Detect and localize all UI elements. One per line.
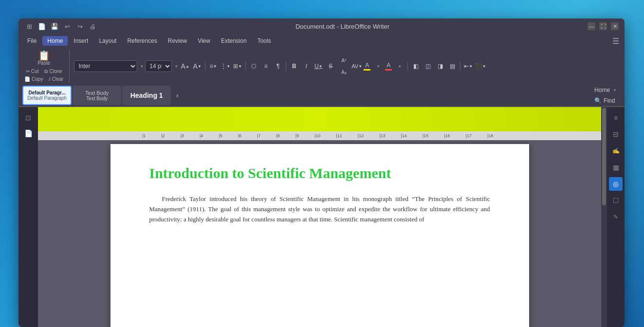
menu-tools[interactable]: Tools (253, 36, 276, 46)
menu-insert[interactable]: Insert (69, 36, 93, 46)
menu-view[interactable]: View (193, 36, 215, 46)
menu-file[interactable]: File (22, 36, 41, 46)
document-icon[interactable]: ☐ (609, 194, 623, 207)
ruler-mark: |2 (161, 133, 165, 138)
char-spacing-button[interactable]: AV▼ (351, 61, 362, 72)
font-name-select[interactable]: Inter (74, 60, 137, 72)
app-window: ⊞ 📄 💾 ↩ ↪ 🖨 Document.odt - LibreOffice W… (18, 18, 625, 327)
font-size-arrow: ▼ (174, 64, 178, 69)
ruler-mark: |9 (295, 133, 299, 138)
align-justify-btn[interactable]: ▤ (447, 61, 458, 72)
font-color-button[interactable]: A (385, 62, 392, 71)
menu-home[interactable]: Home (42, 36, 68, 46)
cut-button[interactable]: ✂ Cut (24, 68, 41, 75)
bullet-list-button[interactable]: ≡▼ (208, 61, 219, 72)
toggle-icon[interactable]: ⊟ (609, 127, 623, 141)
style-default-name: Default Paragr... (29, 90, 66, 95)
document-page-wrapper[interactable]: Introduction to Scientific Management Fr… (38, 140, 601, 327)
ruler: |1 |2 |3 |4 |5 |6 |7 |8 |9 |10 |11 |12 |… (38, 131, 601, 140)
font-color-arrow[interactable]: ▼ (394, 61, 405, 72)
style-heading1-display: Heading 1 (130, 91, 163, 99)
style-default-paragraph[interactable]: Default Paragr... Default Paragraph (22, 86, 72, 105)
home-panel-button[interactable]: Home ▼ (590, 86, 621, 94)
align-right-btn2[interactable]: ◨ (435, 61, 445, 72)
style-heading1[interactable]: Heading 1 (122, 86, 171, 105)
menu-references[interactable]: References (122, 36, 162, 46)
right-panel-buttons: Home ▼ 🔍 Find (590, 86, 621, 105)
styles-nav-button[interactable]: › (172, 90, 183, 101)
font-size-select[interactable]: 14 pt (145, 60, 172, 72)
print-icon[interactable]: 🖨 (88, 21, 97, 31)
paste-icon: 📋 (38, 51, 50, 60)
highlight-arrow[interactable]: ▼ (373, 61, 384, 72)
gallery-icon[interactable]: ▦ (609, 161, 623, 174)
navigator-icon[interactable]: ◎ (609, 177, 623, 191)
sep2 (245, 62, 246, 71)
outline-list-button[interactable]: ⊞▼ (232, 61, 243, 72)
ruler-mark: |15 (423, 133, 428, 138)
scrollbar-thumb[interactable] (602, 108, 606, 205)
left-sidebar: ⊡ 📄 (18, 107, 38, 327)
paste-button[interactable]: 📋 Paste (35, 50, 53, 67)
right-sidebar: ≡ ⊟ ✍ ▦ ◎ ☐ ✎ (607, 107, 625, 327)
align-left-btn2[interactable]: ◧ (410, 61, 421, 72)
font-size-up-button[interactable]: A▲ (180, 61, 190, 72)
shading-button[interactable]: ⬛▼ (475, 61, 486, 72)
minimize-button[interactable]: — (588, 22, 595, 30)
redo-icon[interactable]: ↪ (75, 21, 85, 31)
scrollbar[interactable] (601, 107, 607, 327)
clone-button[interactable]: ⧉ Clone (42, 68, 64, 75)
settings-icon[interactable]: ☰ (611, 36, 621, 46)
menu-review[interactable]: Review (163, 36, 192, 46)
highlight-color-bar (364, 69, 370, 71)
font-size-down-button[interactable]: A▼ (192, 61, 202, 72)
document-header-bar (38, 107, 601, 131)
strikethrough-button[interactable]: S (325, 61, 336, 72)
document-page: Introduction to Scientific Management Fr… (110, 144, 529, 327)
paste-sub-buttons: ✂ Cut ⧉ Clone (24, 68, 64, 75)
italic-button[interactable]: I (301, 61, 312, 72)
undo-icon[interactable]: ↩ (62, 21, 72, 31)
find-icon: 🔍 (594, 97, 602, 104)
ruler-mark: |12 (358, 133, 364, 138)
left-page-icon[interactable]: 📄 (21, 127, 35, 140)
macro-icon[interactable]: ✎ (609, 210, 623, 224)
style-text-body[interactable]: Text Body Text Body (73, 86, 121, 105)
copy-button[interactable]: 📄 Copy (22, 75, 45, 83)
menu-layout[interactable]: Layout (94, 36, 121, 46)
find-button[interactable]: 🔍 Find (590, 96, 621, 105)
menu-extension[interactable]: Extension (216, 36, 252, 46)
menu-lines-icon[interactable]: ≡ (609, 111, 623, 125)
clear-icon: 𝐼 (49, 76, 50, 82)
style-textbody-sub: Text Body (86, 96, 108, 101)
left-nav-icon[interactable]: ⊡ (21, 111, 35, 125)
sep1 (205, 62, 205, 71)
document-body: Frederick Taylor introduced his theory o… (149, 194, 490, 224)
maximize-button[interactable]: ⛶ (599, 22, 607, 30)
document-title: Introduction to Scientific Management (149, 164, 490, 182)
window-menu-icon[interactable]: ⊞ (24, 21, 34, 31)
scissors-icon: ✂ (26, 69, 30, 74)
close-button[interactable]: ✕ (611, 22, 619, 30)
clear-button[interactable]: 𝐼 Clear (47, 75, 65, 83)
underline-button[interactable]: U ▼ (313, 61, 324, 72)
align-center-button[interactable]: ≡ (260, 61, 271, 72)
numbered-list-button[interactable]: ⋮▼ (220, 61, 231, 72)
ruler-mark: |3 (181, 133, 184, 138)
align-left-button[interactable]: ⬡ (248, 61, 259, 72)
bold-button[interactable]: B (289, 61, 299, 72)
copy-icon: 📄 (24, 76, 30, 82)
ruler-mark: |5 (219, 133, 222, 138)
file-icon[interactable]: 📄 (37, 21, 47, 31)
align-center-btn2[interactable]: ◫ (423, 61, 433, 72)
sep3 (286, 62, 286, 71)
subscript-button[interactable]: A₂ (338, 67, 349, 77)
ruler-mark: |6 (238, 133, 241, 138)
annotation-icon[interactable]: ✍ (609, 144, 623, 158)
highlight-button[interactable]: A (364, 62, 370, 71)
save-icon[interactable]: 💾 (50, 21, 59, 31)
indent-dec-button[interactable]: ⇤▼ (463, 61, 474, 72)
ruler-mark: |7 (257, 133, 260, 138)
show-formatting-button[interactable]: ¶ (273, 61, 283, 72)
superscript-button[interactable]: A² (338, 55, 349, 66)
